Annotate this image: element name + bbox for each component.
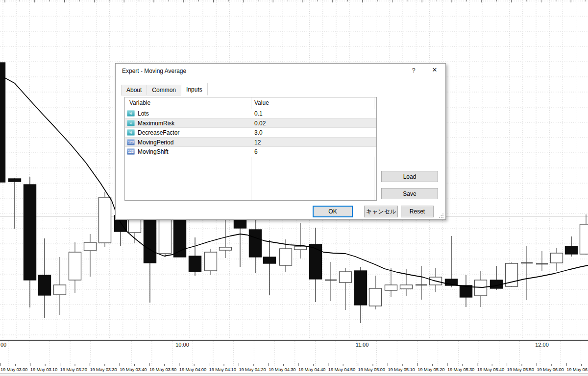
candle-body-bear [0,63,5,182]
table-rows: ½Lots0.1½MaximumRisk0.02½DecreaseFactor3… [125,109,376,157]
inputs-table: Variable Value ½Lots0.1½MaximumRisk0.02½… [124,97,377,201]
strip-time-label: 19 May 04:50 [328,367,355,372]
candle-body-bear [249,230,262,257]
candle-body-bull [99,197,111,243]
time-axis-label: 00 [0,342,6,348]
resize-grip-icon[interactable] [439,213,444,218]
column-header-value: Value [254,99,269,106]
strip-time-label: 19 May 05:10 [388,367,415,372]
variable-name: DecreaseFactor [138,129,179,136]
tab-row: AboutCommonInputs [121,83,207,95]
dialog-title: Expert - Moving Average [122,68,186,74]
column-header-variable: Variable [129,99,150,106]
load-button[interactable]: Load [381,171,438,182]
integer-type-icon: 123 [127,139,135,145]
metatrader-chart-window: 0010:0011:0012:00 19 May 03:0019 May 03:… [0,0,588,376]
candle-body-bull [205,252,217,271]
variable-name: Lots [138,110,149,117]
candle-body-bull [69,252,81,280]
variable-value[interactable]: 6 [254,148,258,155]
double-type-icon: ½ [127,120,135,126]
candle-body-bear [39,275,51,295]
strip-time-label: 19 May 03:50 [149,367,176,372]
candle-body-bull [159,215,172,254]
candle-body-bull [385,285,397,290]
strip-time-label: 19 May 05:30 [447,367,474,372]
table-row[interactable]: 123MovingPeriod12 [125,137,376,147]
strip-time-label: 19 May 05:20 [417,367,444,372]
candle-body-bull [294,247,307,250]
candle-body-bear [9,179,21,182]
strip-time-label: 19 May 04:10 [209,367,236,372]
time-axis-label: 10:00 [175,342,189,348]
strip-time-label: 19 May 05:00 [358,367,385,372]
candle-body-bear [355,271,367,305]
variable-value[interactable]: 0.1 [254,110,263,117]
candle-body-bull [280,249,292,265]
table-row[interactable]: ½DecreaseFactor3.0 [125,128,376,138]
candle-body-bear [24,185,36,280]
strip-time-label: 19 May 06:00 [537,367,564,372]
ok-button[interactable]: OK [313,206,353,217]
candle-body-bear [264,257,276,263]
candle-body-bear [310,244,322,279]
strip-time-label: 19 May 03:40 [120,367,147,372]
variable-value[interactable]: 0.02 [254,120,266,127]
strip-time-label: 19 May 03:10 [30,367,57,372]
table-row[interactable]: ½MaximumRisk0.02 [125,118,376,128]
tab-inputs[interactable]: Inputs [181,83,208,95]
strip-time-label: 19 May 05:40 [477,367,504,372]
strip-grid [9,341,581,366]
integer-type-icon: 123 [127,148,135,155]
strip-time-label: 19 May 05:50 [507,367,534,372]
candle-body-bear [189,256,201,272]
candle-body-bull [84,242,97,251]
window-margin [0,374,588,376]
strip-time-label: 19 May 03:00 [0,367,27,372]
candle-body-bear [565,246,578,254]
strip-axis-ticks [0,363,582,366]
table-row[interactable]: ½Lots0.1 [125,109,376,118]
help-icon[interactable]: ? [409,67,418,75]
time-axis-label: 12:00 [535,342,549,348]
strip-time-label: 19 May 04:20 [239,367,266,372]
expert-properties-dialog: Expert - Moving Average ? ✕ AboutCommonI… [115,63,446,220]
variable-value[interactable]: 3.0 [254,129,263,136]
cancel-button[interactable]: キャンセル [364,206,398,217]
strip-time-label: 19 May 04:00 [179,367,206,372]
candle-body-bull [551,253,563,263]
strip-time-label: 19 May 03:20 [60,367,87,372]
double-type-icon: ½ [127,110,135,117]
double-type-icon: ½ [127,129,135,136]
candle-body-bull [54,285,66,295]
candle-body-bull [220,247,232,250]
table-row[interactable]: 123MovingShift6 [125,147,376,157]
variable-name: MaximumRisk [138,120,174,127]
tab-about[interactable]: About [121,85,147,95]
candle-body-bull [369,288,382,306]
strip-time-label: 19 May 03:30 [90,367,117,372]
reset-button[interactable]: Reset [401,206,434,217]
candle-body-bull [475,280,487,296]
variable-name: MovingShift [138,148,169,155]
save-button[interactable]: Save [381,188,438,199]
candle-body-bear [144,215,156,263]
strip-time-label: 19 May 06:10 [566,367,588,372]
tab-common[interactable]: Common [147,85,181,95]
variable-value[interactable]: 12 [254,139,261,146]
strip-time-label: 19 May 04:40 [298,367,325,372]
close-icon[interactable]: ✕ [429,66,440,76]
strip-time-label: 19 May 04:30 [269,367,295,372]
candle-body-bull [340,272,352,282]
candle-body-bull [400,285,413,289]
variable-name: MovingPeriod [138,139,173,146]
time-axis-label: 11:00 [356,342,369,348]
candle-body-bull [580,224,588,254]
dialog-title-bar[interactable]: Expert - Moving Average ? ✕ [116,64,445,78]
